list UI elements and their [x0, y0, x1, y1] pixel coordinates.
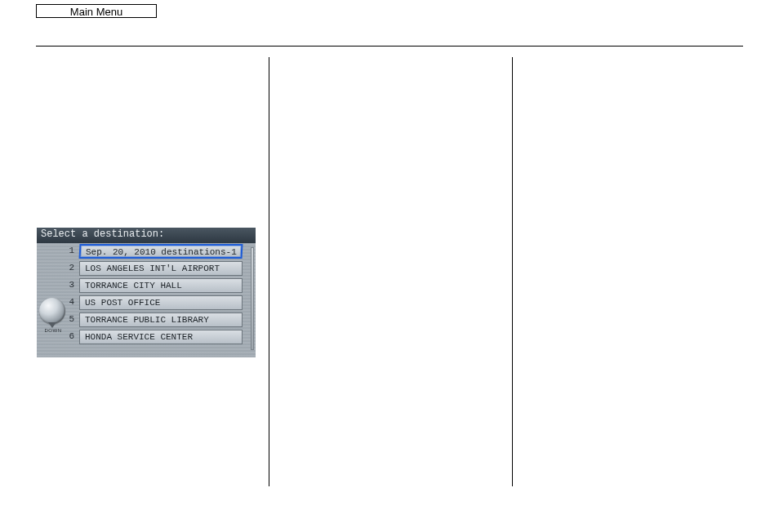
list-cell[interactable]: TORRANCE CITY HALL: [79, 278, 243, 293]
list-item[interactable]: 3 TORRANCE CITY HALL: [78, 277, 251, 295]
list-cell[interactable]: HONDA SERVICE CENTER: [79, 330, 243, 344]
list-index: 5: [63, 314, 74, 324]
nav-title-bar: Select a destination:: [37, 228, 256, 243]
list-index: 3: [63, 280, 74, 290]
list-item[interactable]: 6 HONDA SERVICE CENTER: [78, 329, 251, 346]
main-menu-button[interactable]: Main Menu: [36, 4, 157, 18]
column-divider-2: [512, 57, 513, 486]
list-item[interactable]: 2 LOS ANGELES INT'L AIRPORT: [78, 260, 251, 277]
list-item[interactable]: 4 US POST OFFICE: [78, 295, 251, 312]
list-item[interactable]: 1 Sep. 20, 2010 destinations-1: [78, 243, 251, 260]
column-divider-1: [269, 57, 269, 486]
chevron-down-icon[interactable]: [48, 322, 56, 328]
list-cell[interactable]: LOS ANGELES INT'L AIRPORT: [79, 261, 243, 276]
list-index: 2: [63, 263, 74, 273]
list-index: 6: [63, 331, 74, 341]
list-item[interactable]: 5 TORRANCE PUBLIC LIBRARY: [78, 312, 251, 329]
page-root: Main Menu Select a destination: DOWN 1 S…: [0, 0, 779, 532]
scrollbar[interactable]: [251, 247, 254, 350]
nav-screen: Select a destination: DOWN 1 Sep. 20, 20…: [37, 228, 256, 357]
destination-list: 1 Sep. 20, 2010 destinations-1 2 LOS ANG…: [78, 243, 251, 357]
list-cell[interactable]: US POST OFFICE: [79, 295, 243, 310]
list-index: 4: [63, 297, 74, 307]
nav-title: Select a destination:: [41, 228, 164, 240]
list-cell-selected[interactable]: Sep. 20, 2010 destinations-1: [79, 244, 243, 259]
down-label: DOWN: [41, 328, 65, 333]
horizontal-rule: [36, 46, 743, 47]
list-label: TORRANCE CITY HALL: [85, 281, 182, 290]
list-label: US POST OFFICE: [85, 298, 160, 308]
list-index: 1: [63, 246, 74, 255]
list-label: Sep. 20, 2010 destinations-1: [86, 246, 237, 259]
list-label: HONDA SERVICE CENTER: [85, 332, 193, 342]
list-label: LOS ANGELES INT'L AIRPORT: [85, 264, 220, 273]
list-label: TORRANCE PUBLIC LIBRARY: [85, 315, 209, 325]
rotary-knob[interactable]: [39, 298, 65, 324]
list-cell[interactable]: TORRANCE PUBLIC LIBRARY: [79, 313, 243, 327]
